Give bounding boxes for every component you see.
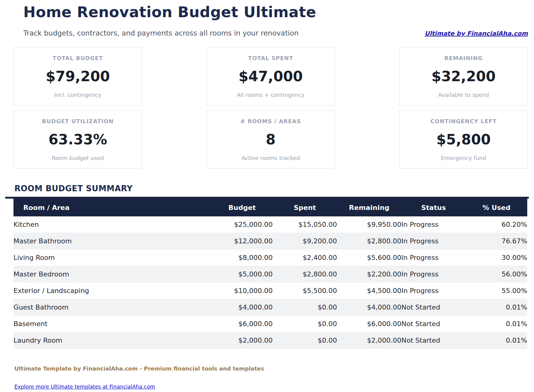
subtitle-row: Track budgets, contractors, and payments… [23, 29, 528, 37]
cell-used: 0.01% [466, 332, 527, 349]
cell-remaining: $2,800.00 [337, 233, 401, 249]
stat-sub: All rooms + contingency [207, 92, 335, 98]
table-row: Basement $6,000.00 $0.00 $6,000.00 Not S… [13, 316, 527, 332]
cell-status: Not Started [401, 299, 466, 316]
page-subtitle: Track budgets, contractors, and payments… [23, 29, 298, 37]
cell-remaining: $2,000.00 [337, 332, 401, 349]
stat-value: 63.33% [14, 132, 142, 147]
cell-status: In Progress [401, 233, 466, 249]
cell-remaining: $4,500.00 [337, 283, 401, 299]
table-row: Laundry Room $2,000.00 $0.00 $2,000.00 N… [13, 332, 527, 349]
cell-used: 0.01% [466, 316, 527, 332]
stat-card-rooms-areas: # ROOMS / AREAS 8 Active rooms tracked [206, 110, 335, 169]
page: Home Renovation Budget Ultimate Track bu… [0, 0, 534, 392]
stat-card-total-budget: TOTAL BUDGET $79,200 Incl. contingency [13, 47, 142, 105]
cell-room: Laundry Room [13, 332, 211, 349]
cell-remaining: $6,000.00 [337, 316, 401, 332]
stat-label: BUDGET UTILIZATION [14, 118, 142, 124]
stat-sub: Incl. contingency [14, 92, 142, 98]
stat-label: REMAINING [400, 55, 528, 61]
footer-explore-link[interactable]: Explore more Ultimate templates at Finan… [14, 384, 155, 390]
cell-remaining: $9,950.00 [337, 216, 401, 233]
cell-status: In Progress [401, 266, 466, 283]
cell-used: 0.01% [466, 299, 527, 316]
table-row: Kitchen $25,000.00 $15,050.00 $9,950.00 … [13, 216, 527, 233]
cell-budget: $10,000.00 [211, 283, 273, 299]
cell-status: Not Started [401, 316, 466, 332]
cell-status: Not Started [401, 332, 466, 349]
col-header-status: Status [401, 199, 466, 216]
stat-sub: Emergency fund [400, 155, 528, 161]
stat-card-remaining: REMAINING $32,200 Available to spend [399, 47, 528, 105]
section-title: ROOM BUDGET SUMMARY [14, 184, 534, 193]
cell-remaining: $5,600.00 [337, 249, 401, 266]
cell-spent: $0.00 [273, 299, 337, 316]
stat-value: $5,800 [400, 132, 528, 147]
stat-value: $47,000 [207, 69, 335, 83]
room-table-container: Room / Area Budget Spent Remaining Statu… [5, 197, 529, 349]
cell-room: Kitchen [13, 216, 211, 233]
stat-label: # ROOMS / AREAS [207, 118, 335, 124]
stat-card-total-spent: TOTAL SPENT $47,000 All rooms + continge… [206, 47, 335, 105]
table-header: Room / Area Budget Spent Remaining Statu… [13, 199, 527, 216]
stats-grid: TOTAL BUDGET $79,200 Incl. contingency T… [13, 47, 528, 169]
cell-room: Guest Bathroom [13, 299, 211, 316]
cell-status: In Progress [401, 283, 466, 299]
cell-spent: $9,200.00 [273, 233, 337, 249]
stat-value: $32,200 [400, 69, 528, 83]
page-title: Home Renovation Budget Ultimate [23, 4, 528, 21]
brand-link[interactable]: Ultimate by FinancialAha.com [425, 30, 528, 37]
footer-tagline: Ultimate Template by FinancialAha.com - … [14, 365, 534, 372]
stat-value: $79,200 [14, 69, 142, 83]
table-row: Master Bedroom $5,000.00 $2,800.00 $2,20… [13, 266, 527, 283]
room-table-body: Kitchen $25,000.00 $15,050.00 $9,950.00 … [13, 216, 527, 349]
room-budget-table: Room / Area Budget Spent Remaining Statu… [13, 199, 527, 349]
cell-budget: $4,000.00 [211, 299, 273, 316]
cell-used: 76.67% [466, 233, 527, 249]
cell-room: Master Bathroom [13, 233, 211, 249]
cell-spent: $2,800.00 [273, 266, 337, 283]
cell-remaining: $2,200.00 [337, 266, 401, 283]
stat-label: TOTAL BUDGET [14, 55, 142, 61]
table-header-row: Room / Area Budget Spent Remaining Statu… [13, 199, 527, 216]
cell-room: Basement [13, 316, 211, 332]
table-row: Guest Bathroom $4,000.00 $0.00 $4,000.00… [13, 299, 527, 316]
cell-spent: $15,050.00 [273, 216, 337, 233]
cell-spent: $0.00 [273, 332, 337, 349]
cell-spent: $5,500.00 [273, 283, 337, 299]
stat-label: TOTAL SPENT [207, 55, 335, 61]
table-row: Living Room $8,000.00 $2,400.00 $5,600.0… [13, 249, 527, 266]
cell-budget: $25,000.00 [211, 216, 273, 233]
cell-budget: $5,000.00 [211, 266, 273, 283]
col-header-spent: Spent [273, 199, 337, 216]
col-header-budget: Budget [211, 199, 273, 216]
col-header-used: % Used [466, 199, 527, 216]
cell-budget: $8,000.00 [211, 249, 273, 266]
cell-remaining: $4,000.00 [337, 299, 401, 316]
col-header-remaining: Remaining [337, 199, 401, 216]
stat-sub: Active rooms tracked [207, 155, 335, 161]
cell-room: Exterior / Landscaping [13, 283, 211, 299]
cell-spent: $2,400.00 [273, 249, 337, 266]
col-header-room: Room / Area [13, 199, 211, 216]
stat-card-contingency-left: CONTINGENCY LEFT $5,800 Emergency fund [399, 110, 528, 169]
cell-status: In Progress [401, 249, 466, 266]
stat-card-budget-utilization: BUDGET UTILIZATION 63.33% Room budget us… [13, 110, 142, 169]
stat-sub: Room budget used [14, 155, 142, 161]
cell-room: Master Bedroom [13, 266, 211, 283]
cell-room: Living Room [13, 249, 211, 266]
cell-status: In Progress [401, 216, 466, 233]
table-row: Exterior / Landscaping $10,000.00 $5,500… [13, 283, 527, 299]
cell-used: 30.00% [466, 249, 527, 266]
cell-budget: $12,000.00 [211, 233, 273, 249]
stat-value: 8 [207, 132, 335, 147]
cell-used: 56.00% [466, 266, 527, 283]
stat-label: CONTINGENCY LEFT [400, 118, 528, 124]
stat-sub: Available to spend [400, 92, 528, 98]
cell-budget: $6,000.00 [211, 316, 273, 332]
table-row: Master Bathroom $12,000.00 $9,200.00 $2,… [13, 233, 527, 249]
cell-used: 55.00% [466, 283, 527, 299]
cell-spent: $0.00 [273, 316, 337, 332]
cell-budget: $2,000.00 [211, 332, 273, 349]
cell-used: 60.20% [466, 216, 527, 233]
